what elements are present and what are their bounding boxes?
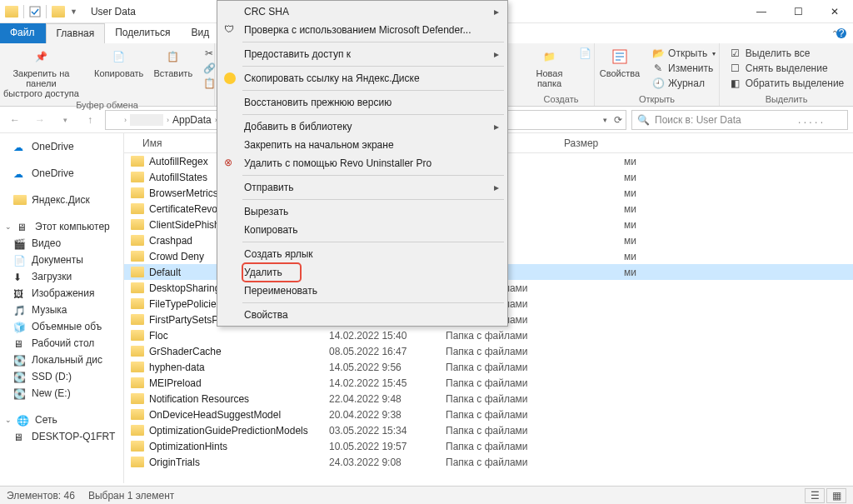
group-label: Создать bbox=[544, 94, 579, 104]
navitem-desktop[interactable]: 🖥Рабочий стол bbox=[0, 335, 123, 352]
ctx-props[interactable]: Свойства bbox=[219, 306, 506, 324]
pc-icon: 🖥 bbox=[13, 432, 27, 442]
folder-icon bbox=[131, 203, 144, 214]
file-row[interactable]: MEIPreload14.02.2022 15:45Папка с файлам… bbox=[124, 375, 853, 391]
navitem-images[interactable]: 🖼Изображения bbox=[0, 285, 123, 302]
ctx-yadisk[interactable]: Скопировать ссылку на Яндекс.Диске bbox=[219, 69, 506, 87]
cube-icon: 🧊 bbox=[13, 322, 27, 332]
open-button[interactable]: 📂Открыть▾ bbox=[651, 47, 716, 60]
ctx-send[interactable]: Отправить▸ bbox=[219, 178, 506, 197]
tab-home[interactable]: Главная bbox=[46, 23, 106, 43]
tab-share[interactable]: Поделиться bbox=[105, 23, 181, 43]
navitem-video[interactable]: 🎬Видео bbox=[0, 235, 123, 252]
navitem-pc[interactable]: 🖥DESKTOP-Q1FRT bbox=[0, 428, 123, 445]
navitem-yandex[interactable]: Яндекс.Диск bbox=[0, 192, 123, 208]
pin-button[interactable]: 📌 Закрепить на панели быстрого доступа bbox=[0, 45, 86, 100]
edit-button[interactable]: ✎Изменить bbox=[651, 62, 716, 75]
tab-view[interactable]: Вид bbox=[181, 23, 220, 43]
ctx-restore[interactable]: Восстановить прежнюю версию bbox=[219, 93, 506, 112]
navitem-music[interactable]: 🎵Музыка bbox=[0, 302, 123, 318]
tab-file[interactable]: Файл bbox=[0, 23, 46, 43]
file-row[interactable]: Floc14.02.2022 15:40Папка с файлами bbox=[124, 327, 853, 343]
paste-button[interactable]: 📋 Вставить bbox=[152, 45, 194, 80]
file-row[interactable]: OptimizationHints10.05.2022 19:57Папка с… bbox=[124, 438, 853, 454]
checkbox-icon[interactable] bbox=[29, 6, 41, 17]
folder-icon bbox=[131, 187, 144, 198]
group-label: Открыть bbox=[639, 94, 675, 104]
properties-icon bbox=[610, 47, 630, 67]
yandex-icon bbox=[224, 72, 236, 84]
navitem-disk-e[interactable]: 💽New (E:) bbox=[0, 385, 123, 402]
navitem-downloads[interactable]: ⬇Загрузки bbox=[0, 268, 123, 285]
navitem-docs[interactable]: 📄Документы bbox=[0, 252, 123, 268]
ctx-defender[interactable]: 🛡Проверка с использованием Microsoft Def… bbox=[219, 21, 506, 39]
journal-button[interactable]: 🕘Журнал bbox=[651, 77, 716, 90]
folder-new-icon: 📁 bbox=[540, 47, 560, 67]
folder-icon bbox=[131, 314, 144, 325]
col-size[interactable]: Размер bbox=[557, 137, 657, 149]
ctx-grant[interactable]: Предоставить доступ к▸ bbox=[219, 45, 506, 63]
navitem-network[interactable]: ⌄🌐Сеть bbox=[0, 412, 123, 428]
file-row[interactable]: OnDeviceHeadSuggestModel20.04.2022 9:38П… bbox=[124, 407, 853, 422]
navitem-disk-c[interactable]: 💽Локальный дис bbox=[0, 352, 123, 368]
cloud-icon: ☁ bbox=[13, 168, 27, 178]
file-row[interactable]: GrShaderCache08.05.2022 16:47Папка с фай… bbox=[124, 343, 853, 359]
refresh-icon[interactable]: ⟳ bbox=[614, 114, 622, 126]
properties-button[interactable]: Свойства bbox=[596, 45, 643, 80]
navitem-onedrive[interactable]: ☁OneDrive bbox=[0, 165, 123, 182]
ctx-rename[interactable]: Переименовать bbox=[219, 282, 506, 300]
status-count: Элементов: 46 bbox=[7, 490, 75, 502]
navitem-3d[interactable]: 🧊Объемные объ bbox=[0, 318, 123, 335]
download-icon: ⬇ bbox=[13, 272, 27, 282]
help-icon[interactable]: ⌃ ? bbox=[830, 23, 853, 43]
copy-icon: 📄 bbox=[109, 47, 129, 67]
file-row[interactable]: hyphen-data14.05.2022 9:56Папка с файлам… bbox=[124, 359, 853, 375]
close-button[interactable]: ✕ bbox=[816, 0, 853, 23]
back-button[interactable]: ← bbox=[5, 110, 25, 130]
invert-button[interactable]: ◧Обратить выделение bbox=[729, 77, 845, 90]
ctx-copy[interactable]: Копировать bbox=[219, 221, 506, 239]
folder-icon bbox=[131, 457, 144, 467]
disk-icon: 💽 bbox=[13, 388, 27, 398]
video-icon: 🎬 bbox=[13, 238, 27, 248]
ctx-cut[interactable]: Вырезать bbox=[219, 202, 506, 221]
ctx-revo[interactable]: ⊗Удалить с помощью Revo Uninstaller Pro bbox=[219, 154, 506, 172]
folder-icon bbox=[131, 346, 144, 357]
yandex-icon bbox=[13, 195, 27, 205]
folder-icon bbox=[131, 219, 144, 230]
navitem-onedrive[interactable]: ☁OneDrive bbox=[0, 138, 123, 155]
maximize-button[interactable]: ☐ bbox=[780, 0, 816, 23]
ctx-library[interactable]: Добавить в библиотеку▸ bbox=[219, 117, 506, 136]
navitem-disk-d[interactable]: 💽SSD (D:) bbox=[0, 368, 123, 385]
selectall-button[interactable]: ☑Выделить все bbox=[729, 47, 845, 60]
ctx-crc[interactable]: CRC SHA▸ bbox=[219, 2, 506, 21]
folder-icon bbox=[131, 251, 144, 262]
disk-icon: 💽 bbox=[13, 372, 27, 382]
status-bar: Элементов: 46 Выбран 1 элемент ☰ ▦ bbox=[0, 486, 853, 504]
ctx-delete[interactable]: Удалить bbox=[219, 263, 506, 282]
search-icon: 🔍 bbox=[637, 114, 650, 126]
group-label: Буфер обмена bbox=[76, 100, 138, 110]
minimize-button[interactable]: — bbox=[743, 0, 780, 23]
up-button[interactable]: ↑ bbox=[80, 110, 100, 130]
file-row[interactable]: OriginTrials24.03.2022 9:08Папка с файла… bbox=[124, 454, 853, 470]
forward-button[interactable]: → bbox=[30, 110, 50, 130]
ctx-shortcut[interactable]: Создать ярлык bbox=[219, 245, 506, 263]
selectnone-button[interactable]: ☐Снять выделение bbox=[729, 62, 845, 75]
new-folder-button[interactable]: 📁 Новая папка bbox=[529, 45, 571, 90]
navitem-thispc[interactable]: ⌄🖥Этот компьютер bbox=[0, 218, 123, 235]
file-row[interactable]: OptimizationGuidePredictionModels03.05.2… bbox=[124, 422, 853, 438]
folder-icon bbox=[131, 298, 144, 309]
svg-rect-0 bbox=[30, 7, 40, 17]
cloud-icon: ☁ bbox=[13, 142, 27, 152]
chevron-down-icon[interactable]: ▼ bbox=[70, 7, 77, 16]
ctx-pinstart[interactable]: Закрепить на начальном экране bbox=[219, 136, 506, 154]
view-details-button[interactable]: ☰ bbox=[805, 488, 825, 503]
folder-icon bbox=[131, 267, 144, 277]
copy-button[interactable]: 📄 Копировать bbox=[92, 45, 145, 80]
folder-icon bbox=[131, 156, 144, 167]
file-row[interactable]: Notification Resources22.04.2022 9:48Пап… bbox=[124, 391, 853, 407]
recent-button[interactable]: ▾ bbox=[55, 110, 75, 130]
pin-icon: 📌 bbox=[31, 47, 51, 67]
view-icons-button[interactable]: ▦ bbox=[826, 488, 846, 503]
